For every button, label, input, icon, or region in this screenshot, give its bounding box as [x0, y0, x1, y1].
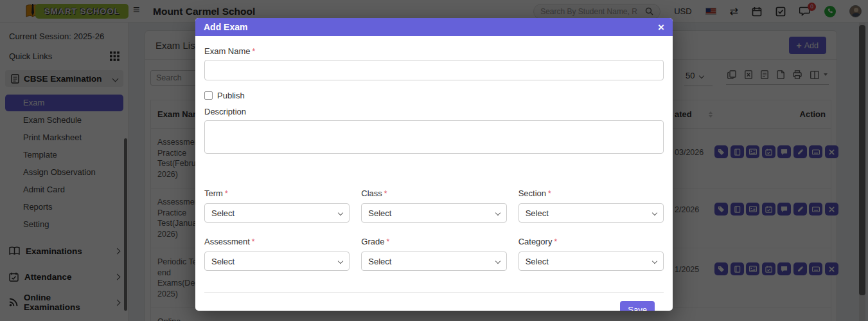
- chevron-down-icon: [495, 259, 500, 264]
- required-asterisk: *: [252, 237, 255, 246]
- chevron-down-icon: [652, 259, 657, 264]
- modal-title: Add Exam: [204, 22, 658, 32]
- chevron-down-icon: [338, 259, 343, 264]
- class-select-value: Select: [368, 208, 495, 218]
- assessment-field: Assessment* Select: [204, 237, 350, 271]
- term-label: Term: [204, 188, 223, 198]
- close-icon[interactable]: ×: [658, 22, 664, 33]
- required-asterisk: *: [386, 237, 389, 246]
- exam-name-label: Exam Name*: [204, 46, 664, 56]
- description-label: Description: [204, 107, 664, 116]
- publish-label: Publish: [217, 91, 245, 100]
- grade-label: Grade: [361, 237, 384, 246]
- required-asterisk: *: [554, 237, 557, 246]
- section-select-value: Select: [526, 208, 653, 218]
- assessment-label: Assessment: [204, 237, 250, 246]
- class-select[interactable]: Select: [361, 203, 506, 223]
- class-field: Class* Select: [361, 188, 506, 223]
- section-label: Section: [518, 188, 546, 198]
- chevron-down-icon: [652, 210, 657, 216]
- modal-header: Add Exam ×: [195, 18, 673, 36]
- chevron-down-icon: [338, 210, 343, 216]
- term-field: Term* Select: [204, 188, 350, 223]
- term-select-value: Select: [211, 208, 339, 218]
- term-select[interactable]: Select: [204, 203, 350, 223]
- grade-select-value: Select: [368, 257, 495, 266]
- save-button[interactable]: Save: [620, 301, 655, 311]
- section-select[interactable]: Select: [518, 203, 664, 223]
- category-select-value: Select: [526, 257, 653, 266]
- class-label: Class: [361, 188, 382, 198]
- category-select[interactable]: Select: [518, 252, 664, 271]
- required-asterisk: *: [225, 189, 228, 198]
- publish-checkbox[interactable]: [204, 91, 213, 100]
- modal-footer: Save: [204, 292, 664, 311]
- category-label: Category: [518, 237, 553, 246]
- grade-field: Grade* Select: [361, 237, 506, 271]
- required-asterisk: *: [384, 189, 387, 198]
- assessment-select-value: Select: [211, 257, 339, 266]
- grade-select[interactable]: Select: [361, 252, 506, 271]
- add-exam-modal: Add Exam × Exam Name* Publish Descriptio…: [195, 18, 673, 311]
- required-asterisk: *: [252, 47, 256, 56]
- section-field: Section* Select: [518, 188, 664, 223]
- category-field: Category* Select: [518, 237, 664, 271]
- assessment-select[interactable]: Select: [204, 252, 350, 271]
- required-asterisk: *: [548, 189, 551, 198]
- exam-name-input[interactable]: [204, 60, 664, 80]
- chevron-down-icon: [495, 210, 500, 216]
- description-textarea[interactable]: [204, 120, 664, 154]
